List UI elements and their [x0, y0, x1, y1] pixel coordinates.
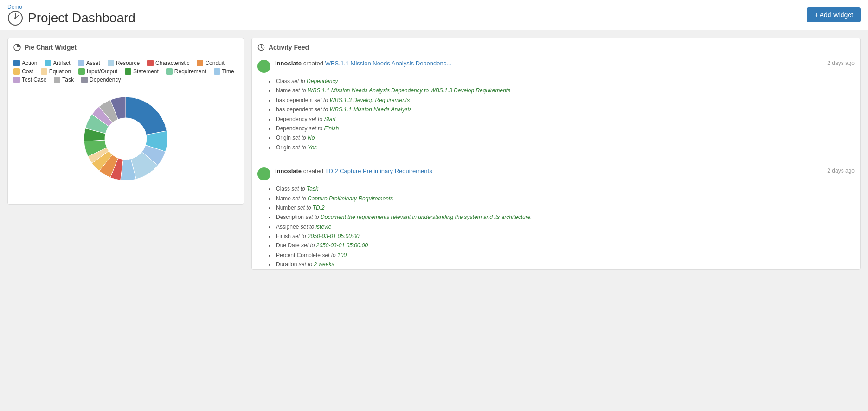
set-value: TD.2 — [313, 205, 325, 211]
pie-chart-title: Pie Chart Widget — [25, 44, 77, 51]
field-name: Name — [276, 87, 291, 94]
legend-item: Dependency — [81, 77, 121, 83]
legend-label: Time — [222, 68, 234, 75]
field-name: Class — [276, 78, 290, 84]
action-word: set to — [299, 261, 312, 268]
chart-container — [13, 88, 238, 190]
avatar: i — [257, 167, 270, 180]
legend-item: Resource — [108, 60, 140, 66]
legend-item: Cost — [13, 68, 33, 75]
list-item: Origin set to Yes — [275, 143, 855, 152]
activity-time: 2 days ago — [823, 167, 855, 174]
list-item: has dependent set to WBS.1.3 Develop Req… — [275, 96, 855, 105]
legend-label: Task — [62, 77, 74, 83]
activity-time: 2 days ago — [823, 60, 855, 66]
svg-point-1 — [14, 17, 16, 19]
action-word: set to — [309, 116, 322, 122]
list-item: Class set to Dependency — [275, 77, 855, 86]
legend-swatch — [13, 60, 20, 66]
list-item: Name set to Capture Preliminary Requirem… — [275, 194, 855, 203]
legend-swatch — [41, 68, 47, 75]
pie-chart-widget: Pie Chart Widget ActionArtifactAssetReso… — [7, 38, 244, 205]
activity-meta: innoslate created TD.2 Capture Prelimina… — [275, 167, 818, 174]
page-title-text: Project Dashboard — [28, 11, 135, 26]
set-value: No — [308, 135, 315, 141]
legend-swatch — [78, 60, 84, 66]
legend-item: Conduit — [197, 60, 224, 66]
action-word: set to — [309, 125, 322, 132]
set-value: WBS.1.1 Mission Needs Analysis — [329, 106, 411, 113]
field-name: has dependent — [276, 97, 313, 103]
legend-swatch — [166, 68, 173, 75]
legend-label: Statement — [133, 68, 159, 75]
legend-swatch — [54, 77, 60, 83]
list-item: Percent Complete set to 100 — [275, 250, 855, 260]
activity-meta: innoslate created WBS.1.1 Mission Needs … — [275, 60, 818, 67]
main-content: Pie Chart Widget ActionArtifactAssetReso… — [0, 30, 868, 277]
set-value: Start — [324, 116, 335, 122]
set-value: 100 — [337, 252, 347, 258]
legend-label: Input/Output — [87, 68, 117, 75]
legend-swatch — [197, 60, 203, 66]
field-name: Duration — [276, 261, 297, 268]
set-value: Document the requirements relevant in un… — [321, 214, 532, 220]
legend-grid: ActionArtifactAssetResourceCharacteristi… — [13, 60, 238, 83]
set-value: WBS.1.3 Develop Requirements — [329, 97, 410, 103]
list-item: has dependent set to WBS.1.1 Mission Nee… — [275, 105, 855, 114]
activity-user: innoslate — [275, 167, 302, 174]
activity-entry: iinnoslate created TD.2 Capture Prelimin… — [257, 167, 855, 270]
list-item: Name set to WBS.1.1 Mission Needs Analys… — [275, 86, 855, 95]
legend-label: Cost — [22, 68, 33, 75]
legend-label: Equation — [49, 68, 71, 75]
list-item: Dependency set to Finish — [275, 124, 855, 133]
activity-feed-header: Activity Feed — [257, 44, 855, 55]
action-word: set to — [292, 195, 306, 202]
field-name: Percent Complete — [276, 252, 321, 258]
demo-link[interactable]: Demo — [7, 4, 135, 10]
list-item: Number set to TD.2 — [275, 203, 855, 212]
top-bar-left: Demo Project Dashboard — [7, 4, 135, 26]
activity-feed-widget[interactable]: Activity Feed iinnoslate created WBS.1.1… — [251, 38, 861, 270]
legend-label: Requirement — [174, 68, 206, 75]
list-item: Class set to Task — [275, 184, 855, 193]
action-word: set to — [322, 252, 335, 258]
activity-bullets: Class set to DependencyName set to WBS.1… — [275, 77, 855, 152]
action-word: set to — [301, 224, 314, 230]
list-item: Due Date set to 2050-03-01 05:00:00 — [275, 241, 855, 250]
set-value: Yes — [308, 144, 317, 151]
legend-label: Action — [22, 60, 37, 66]
action-word: set to — [315, 97, 328, 103]
list-item: Finish set to 2050-03-01 05:00:00 — [275, 231, 855, 241]
legend-label: Resource — [116, 60, 140, 66]
field-name: Assignee — [276, 224, 299, 230]
set-value: Dependency — [307, 78, 338, 84]
legend-swatch — [81, 77, 88, 83]
action-word: set to — [297, 205, 311, 211]
avatar: i — [257, 60, 270, 73]
field-name: Number — [276, 205, 296, 211]
set-value: 2 weeks — [314, 261, 334, 268]
set-value: Task — [307, 186, 318, 192]
legend-item: Equation — [41, 68, 71, 75]
action-word: set to — [301, 242, 315, 249]
add-widget-button[interactable]: + Add Widget — [807, 7, 861, 22]
activity-entry: iinnoslate created WBS.1.1 Mission Needs… — [257, 60, 855, 160]
legend-item: Action — [13, 60, 37, 66]
activity-feed-title: Activity Feed — [269, 44, 309, 51]
activity-link[interactable]: TD.2 Capture Preliminary Requirements — [325, 167, 432, 174]
field-name: has dependent — [276, 106, 313, 113]
activity-link[interactable]: WBS.1.1 Mission Needs Analysis Dependenc… — [325, 60, 451, 67]
field-name: Name — [276, 195, 291, 202]
action-word: set to — [292, 144, 306, 151]
set-value: 2050-03-01 05:00:00 — [308, 233, 359, 239]
field-name: Description — [276, 214, 304, 220]
legend-swatch — [13, 77, 20, 83]
field-name: Dependency — [276, 125, 307, 132]
list-item: Origin set to No — [275, 133, 855, 142]
field-name: Dependency — [276, 116, 307, 122]
field-name: Due Date — [276, 242, 300, 249]
activity-feed-icon — [257, 44, 265, 51]
legend-label: Asset — [86, 60, 100, 66]
set-value: Finish — [324, 125, 339, 132]
dashboard-icon — [7, 10, 23, 26]
